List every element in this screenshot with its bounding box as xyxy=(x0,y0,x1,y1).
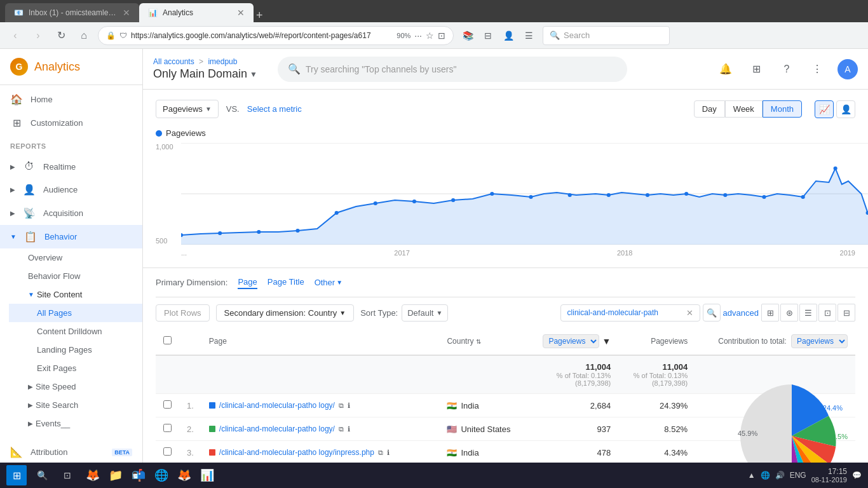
sidebar-site-content-expand[interactable]: ▼ Site Content xyxy=(28,285,142,304)
help-icon[interactable]: ? xyxy=(776,59,797,79)
tab-analytics-close[interactable]: ✕ xyxy=(237,8,245,18)
task-view-button[interactable]: ⊡ xyxy=(57,465,78,485)
row3-info-icon[interactable]: ℹ xyxy=(387,449,390,457)
taskbar-outlook[interactable]: 📬 xyxy=(128,465,149,485)
reader-icon[interactable]: ⊡ xyxy=(438,30,445,41)
taskbar-excel[interactable]: 📊 xyxy=(197,465,217,485)
sidebar-events-expand[interactable]: ▶ Events__ xyxy=(28,414,142,433)
search-input[interactable] xyxy=(306,64,617,74)
grid-view-button[interactable]: ⊞ xyxy=(761,304,779,322)
row2-ext-icon[interactable]: ⧉ xyxy=(339,425,344,433)
metric-selector[interactable]: Pageviews ▼ xyxy=(156,100,219,118)
row1-info-icon[interactable]: ℹ xyxy=(348,402,350,410)
search-taskbar[interactable]: 🔍 xyxy=(32,465,52,485)
back-button[interactable]: ‹ xyxy=(6,27,24,44)
row3-page-link[interactable]: /clinical-and-molecular-patho logy/inpre… xyxy=(219,448,374,457)
reload-button[interactable]: ↻ xyxy=(52,27,70,44)
tab-inbox[interactable]: 📧 Inbox (1) - omicsteamleads2@... ✕ xyxy=(5,3,139,22)
sidebar-subitem-overview[interactable]: Overview xyxy=(28,248,142,267)
dim-tab-other[interactable]: Other ▼ xyxy=(315,278,342,287)
sidebar-site-search-expand[interactable]: ▶ Site Search xyxy=(28,396,142,414)
bookmark-icon[interactable]: ☆ xyxy=(426,30,434,41)
row2-page-link[interactable]: /clinical-and-molecular-patho logy/ xyxy=(219,424,335,433)
notification-icon[interactable]: 💬 xyxy=(852,471,862,480)
sidebar-item-customization[interactable]: ⊞ Customization xyxy=(0,111,142,135)
taskbar-chrome[interactable]: 🌐 xyxy=(151,465,172,485)
sidebar-item-acquisition[interactable]: ▶ 📡 Acquisition xyxy=(0,201,142,225)
filter-clear-icon[interactable]: ✕ xyxy=(686,308,693,318)
tab-inbox-close[interactable]: ✕ xyxy=(123,8,130,18)
col-pageviews-header[interactable]: Pageviews xyxy=(618,328,695,355)
sidebar-item-audience[interactable]: ▶ 👤 Audience xyxy=(0,178,142,201)
sidebar-subitem-landing-pages[interactable]: Landing Pages xyxy=(37,341,142,359)
pivot-view-button[interactable]: ⊡ xyxy=(818,304,836,322)
forward-button[interactable]: › xyxy=(29,27,47,44)
sidebar-site-speed-expand[interactable]: ▶ Site Speed xyxy=(28,377,142,396)
tab-analytics[interactable]: 📊 Analytics ✕ xyxy=(139,3,254,22)
ff-search-bar[interactable]: 🔍 Search xyxy=(543,26,670,45)
select-all-checkbox[interactable] xyxy=(163,336,172,344)
sidebar-subitem-behavior-flow[interactable]: Behavior Flow xyxy=(28,267,142,285)
tab-add-button[interactable]: + xyxy=(256,9,263,22)
month-button[interactable]: Month xyxy=(763,100,802,118)
plot-rows-button[interactable]: Plot Rows xyxy=(156,304,210,322)
row2-check[interactable] xyxy=(163,424,172,432)
breadcrumb-property[interactable]: imedpub xyxy=(208,57,237,66)
row1-check[interactable] xyxy=(163,400,172,409)
row3-ext-icon[interactable]: ⧉ xyxy=(378,449,383,457)
col-checkbox-header[interactable] xyxy=(156,328,179,355)
menu-icon[interactable]: ☰ xyxy=(520,27,538,44)
notification-bell[interactable]: 🔔 xyxy=(715,59,736,79)
sync-icon[interactable]: ⊟ xyxy=(479,27,497,44)
user-avatar[interactable]: A xyxy=(837,59,858,79)
sidebar-item-home[interactable]: 🏠 Home xyxy=(0,88,142,111)
property-selector[interactable]: Only Main Domain ▼ xyxy=(153,67,257,81)
more-options-icon[interactable]: ··· xyxy=(414,30,422,41)
sidebar-subitem-content-drilldown[interactable]: Content Drilldown xyxy=(37,322,142,341)
taskbar-app4[interactable]: 🦊 xyxy=(174,465,194,485)
row1-page-link[interactable]: /clinical-and-molecular-patho logy/ xyxy=(219,401,335,410)
advanced-link[interactable]: advanced xyxy=(723,308,759,318)
start-button[interactable]: ⊞ xyxy=(6,465,27,485)
sort-select[interactable]: Default ▼ xyxy=(402,304,448,322)
week-button[interactable]: Week xyxy=(725,100,763,118)
filter-search-button[interactable]: 🔍 xyxy=(703,304,721,322)
tray-up-arrow[interactable]: ▲ xyxy=(748,471,756,480)
row1-ext-icon[interactable]: ⧉ xyxy=(339,402,344,410)
list-view-button[interactable]: ☰ xyxy=(799,304,817,322)
filter-input[interactable]: clinical-and-molecular-path ✕ xyxy=(560,304,700,322)
address-bar[interactable]: 🔒 🛡 https://analytics.google.com/analyti… xyxy=(98,26,454,45)
compare-view-button[interactable]: ⊛ xyxy=(780,304,798,322)
row2-info-icon[interactable]: ℹ xyxy=(348,425,350,433)
account-icon[interactable]: 👤 xyxy=(499,27,517,44)
sidebar-subitem-exit-pages[interactable]: Exit Pages xyxy=(37,359,142,377)
contribution-metric-select[interactable]: Pageviews xyxy=(791,334,848,348)
row3-checkbox[interactable] xyxy=(156,441,179,464)
breadcrumb-all-accounts[interactable]: All accounts xyxy=(153,57,194,66)
row2-checkbox[interactable] xyxy=(156,417,179,441)
more-options-icon[interactable]: ⋮ xyxy=(807,59,827,79)
sidebar-item-realtime[interactable]: ▶ ⏱ Realtime xyxy=(0,155,142,178)
taskbar-files[interactable]: 📁 xyxy=(105,465,126,485)
dim-tab-page[interactable]: Page xyxy=(238,276,257,289)
line-chart-button[interactable]: 📈 xyxy=(815,100,834,118)
bookmarks-icon[interactable]: 📚 xyxy=(459,27,477,44)
custom-view-button[interactable]: ⊟ xyxy=(837,304,855,322)
home-button[interactable]: ⌂ xyxy=(75,27,93,44)
col-country-header[interactable]: Country ⇅ xyxy=(439,328,526,355)
select-metric-link[interactable]: Select a metric xyxy=(247,104,302,114)
secondary-dim-button[interactable]: Secondary dimension: Country ▼ xyxy=(216,304,355,322)
sidebar-item-attribution[interactable]: 📐 Attribution BETA xyxy=(0,440,142,464)
sidebar-subitem-all-pages[interactable]: All Pages xyxy=(9,304,142,322)
row1-checkbox[interactable] xyxy=(156,394,179,417)
taskbar-firefox[interactable]: 🦊 xyxy=(83,465,103,485)
pageviews-sort-select[interactable]: Pageviews xyxy=(543,334,599,348)
bar-chart-button[interactable]: 👤 xyxy=(836,100,855,118)
dim-tab-page-title[interactable]: Page Title xyxy=(268,276,304,289)
row3-check[interactable] xyxy=(163,447,172,456)
col-pageviews-sort-header[interactable]: Pageviews ▼ xyxy=(527,328,619,355)
col-page-header[interactable]: Page xyxy=(201,328,440,355)
apps-grid-icon[interactable]: ⊞ xyxy=(746,59,766,79)
search-bar[interactable]: 🔍 xyxy=(278,57,627,82)
sidebar-item-behavior[interactable]: ▼ 📋 Behavior xyxy=(0,225,142,248)
